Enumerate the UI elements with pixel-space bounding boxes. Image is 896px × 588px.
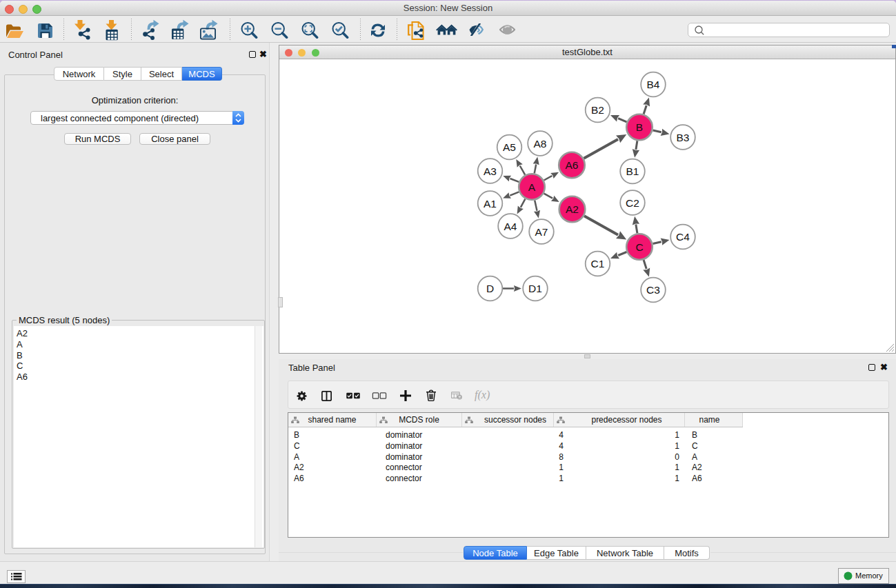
svg-text:C: C (635, 241, 643, 253)
svg-text:C2: C2 (626, 197, 639, 209)
svg-text:A4: A4 (504, 221, 517, 232)
svg-text:A6: A6 (566, 159, 579, 171)
svg-text:A1: A1 (484, 198, 497, 210)
svg-text:A3: A3 (484, 165, 497, 177)
svg-text:B4: B4 (647, 79, 660, 90)
svg-text:B2: B2 (591, 104, 604, 116)
svg-text:A5: A5 (503, 141, 516, 153)
svg-text:B1: B1 (626, 165, 639, 177)
svg-text:C4: C4 (676, 231, 690, 243)
svg-text:D: D (486, 283, 494, 294)
svg-text:C1: C1 (591, 258, 605, 270)
svg-text:B3: B3 (677, 132, 690, 143)
svg-text:B: B (636, 121, 643, 133)
svg-text:A8: A8 (534, 138, 547, 150)
svg-text:A: A (528, 181, 536, 193)
svg-text:D1: D1 (528, 283, 542, 294)
svg-text:A7: A7 (535, 226, 548, 238)
svg-text:C3: C3 (646, 284, 660, 296)
svg-text:A2: A2 (566, 203, 579, 215)
